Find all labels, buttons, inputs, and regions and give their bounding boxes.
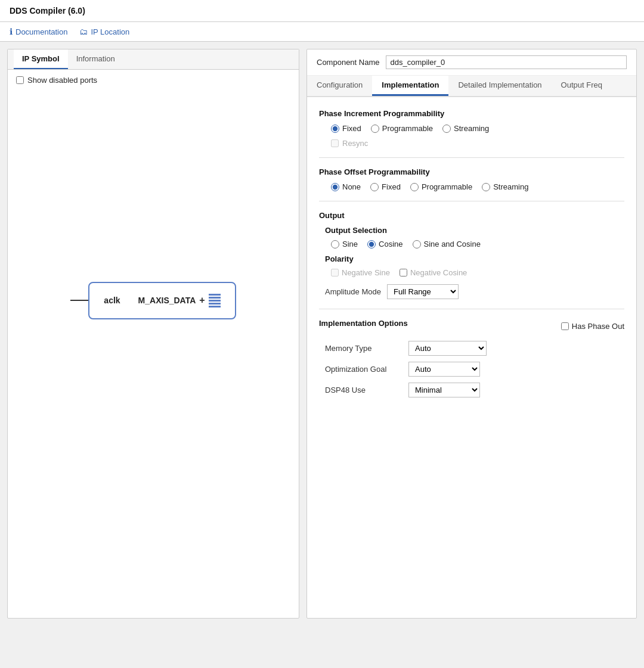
impl-options-header: Implementation Options Has Phase Out: [319, 319, 624, 334]
po-programmable-option[interactable]: Programmable: [410, 182, 472, 191]
amplitude-label: Amplitude Mode: [325, 287, 381, 296]
ip-symbol-box: aclk M_AXIS_DATA +: [88, 282, 236, 319]
tab-output-freq[interactable]: Output Freq: [552, 76, 612, 96]
pol-neg-cosine-option[interactable]: Negative Cosine: [400, 268, 467, 277]
po-fixed-radio[interactable]: [370, 183, 379, 191]
dsp48-use-label: DSP48 Use: [325, 386, 402, 394]
optimization-goal-select[interactable]: Auto Area Speed: [408, 362, 480, 377]
show-disabled-ports-label: Show disabled ports: [27, 76, 97, 85]
content-area: IP Symbol Information Show disabled port…: [0, 42, 644, 626]
phase-increment-title: Phase Increment Programmability: [319, 109, 624, 118]
po-none-radio[interactable]: [331, 183, 339, 191]
dsp48-use-row: DSP48 Use Minimal Maximal: [325, 383, 624, 397]
memory-type-label: Memory Type: [325, 344, 402, 353]
right-panel: Component Name Configuration Implementat…: [306, 49, 637, 619]
wire-left: [70, 300, 88, 301]
os-cosine-option[interactable]: Cosine: [367, 240, 402, 248]
output-title: Output: [319, 211, 624, 220]
polarity-row: Negative Sine Negative Cosine: [331, 268, 624, 277]
info-icon: ℹ: [10, 27, 13, 36]
folder-icon: 🗂: [79, 27, 88, 36]
tab-implementation[interactable]: Implementation: [372, 76, 448, 96]
tab-detailed-implementation[interactable]: Detailed Implementation: [448, 76, 551, 96]
ip-location-link[interactable]: 🗂 IP Location: [79, 27, 129, 36]
pol-neg-sine-option[interactable]: Negative Sine: [331, 268, 390, 277]
phase-offset-title: Phase Offset Programmability: [319, 167, 624, 176]
po-streaming-option[interactable]: Streaming: [482, 182, 528, 191]
documentation-link[interactable]: ℹ Documentation: [10, 27, 67, 36]
title-bar: DDS Compiler (6.0): [0, 0, 644, 22]
component-name-row: Component Name: [307, 49, 636, 76]
po-programmable-radio[interactable]: [410, 183, 419, 191]
tab-information[interactable]: Information: [68, 49, 123, 69]
output-selection-radio-group: Sine Cosine Sine and Cosine: [331, 240, 624, 248]
app-window: DDS Compiler (6.0) ℹ Documentation 🗂 IP …: [0, 0, 644, 668]
panel-tabs: IP Symbol Information: [8, 49, 299, 70]
dsp48-use-select[interactable]: Minimal Maximal: [408, 383, 480, 397]
pol-neg-cosine-checkbox[interactable]: [400, 269, 407, 276]
pi-programmable-radio[interactable]: [371, 125, 379, 133]
config-content: Phase Increment Programmability Fixed Pr…: [307, 97, 636, 618]
config-tabs: Configuration Implementation Detailed Im…: [307, 76, 636, 97]
port-aclk: aclk: [104, 296, 120, 305]
symbol-area: aclk M_AXIS_DATA +: [16, 92, 290, 509]
panel-body: Show disabled ports aclk M_AXIS_DATA +: [8, 70, 299, 618]
pol-neg-sine-checkbox[interactable]: [331, 269, 339, 276]
has-phase-out-checkbox[interactable]: [561, 322, 569, 330]
pi-fixed-option[interactable]: Fixed: [331, 124, 361, 133]
memory-type-row: Memory Type Auto Block ROM Distributed R…: [325, 341, 624, 356]
component-name-label: Component Name: [317, 58, 380, 67]
plus-icon: +: [199, 295, 205, 306]
left-panel: IP Symbol Information Show disabled port…: [7, 49, 299, 619]
ip-symbol-block: aclk M_AXIS_DATA +: [70, 282, 236, 319]
phase-offset-radio-group: None Fixed Programmable Streaming: [331, 182, 624, 191]
os-sine-radio[interactable]: [331, 240, 339, 248]
tab-configuration[interactable]: Configuration: [307, 76, 372, 96]
pi-programmable-option[interactable]: Programmable: [371, 124, 433, 133]
resync-label: Resync: [342, 139, 368, 148]
has-phase-out-label: Has Phase Out: [572, 322, 624, 331]
resync-row: Resync: [331, 139, 624, 148]
amplitude-row: Amplitude Mode Full Range Unit Circle: [325, 284, 624, 299]
optimization-goal-row: Optimization Goal Auto Area Speed: [325, 362, 624, 377]
divider-3: [319, 309, 624, 309]
os-sine-option[interactable]: Sine: [331, 240, 358, 248]
amplitude-mode-select[interactable]: Full Range Unit Circle: [387, 284, 459, 299]
toolbar: ℹ Documentation 🗂 IP Location: [0, 22, 644, 42]
optimization-goal-label: Optimization Goal: [325, 365, 402, 374]
tab-ip-symbol[interactable]: IP Symbol: [14, 49, 68, 69]
po-none-option[interactable]: None: [331, 182, 361, 191]
os-sine-cosine-radio[interactable]: [413, 240, 421, 248]
show-ports-row: Show disabled ports: [16, 76, 290, 85]
output-selection-subtitle: Output Selection: [325, 226, 624, 235]
polarity-subtitle: Polarity: [325, 254, 624, 263]
po-streaming-radio[interactable]: [482, 183, 490, 191]
bus-icon: [209, 294, 221, 307]
documentation-label: Documentation: [16, 27, 67, 36]
port-m-axis-data: M_AXIS_DATA +: [138, 294, 221, 307]
ip-location-label: IP Location: [91, 27, 129, 36]
po-fixed-option[interactable]: Fixed: [370, 182, 401, 191]
os-cosine-radio[interactable]: [367, 240, 376, 248]
impl-options-title: Implementation Options: [319, 319, 408, 328]
divider-2: [319, 201, 624, 201]
phase-increment-radio-group: Fixed Programmable Streaming: [331, 124, 624, 133]
component-name-input[interactable]: [386, 55, 627, 69]
has-phase-out-row[interactable]: Has Phase Out: [561, 322, 624, 331]
pi-fixed-radio[interactable]: [331, 125, 339, 133]
app-title: DDS Compiler (6.0): [10, 6, 634, 15]
pi-streaming-option[interactable]: Streaming: [442, 124, 489, 133]
memory-type-select[interactable]: Auto Block ROM Distributed ROM: [408, 341, 487, 356]
resync-checkbox[interactable]: [331, 139, 339, 147]
os-sine-cosine-option[interactable]: Sine and Cosine: [413, 240, 481, 248]
show-disabled-ports-checkbox[interactable]: [16, 76, 24, 84]
pi-streaming-radio[interactable]: [442, 125, 451, 133]
divider-1: [319, 157, 624, 158]
